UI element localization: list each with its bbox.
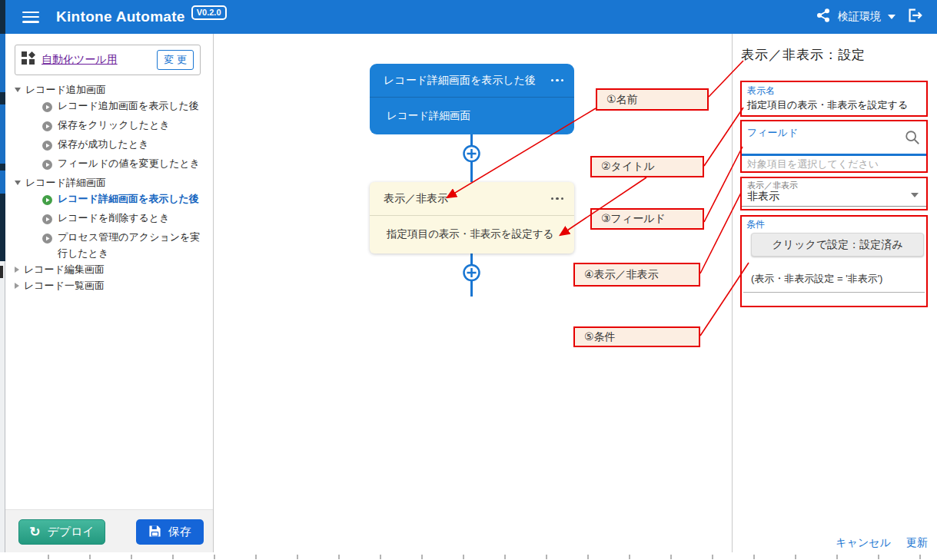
field-placeholder: 対象項目を選択してください <box>747 157 879 171</box>
display-name-label: 表示名 <box>747 84 775 98</box>
annotation-name: ①名前 <box>596 88 709 111</box>
display-name-value: 指定項目の表示・非表示を設定する <box>747 98 908 112</box>
search-icon[interactable] <box>904 129 921 149</box>
field-search-field[interactable]: フィールド 対象項目を選択してください <box>740 120 928 173</box>
change-app-button[interactable]: 変 更 <box>157 50 194 70</box>
environment-label: 検証環境 <box>838 10 881 24</box>
flow-node-action[interactable]: 表示／非表示 指定項目の表示・非表示を設定する <box>370 182 574 253</box>
annotation-condition: ⑤条件 <box>573 326 700 347</box>
play-circle-icon <box>42 213 52 229</box>
condition-field: 条件 クリックで設定：設定済み (表示・非表示設定 = '非表示') <box>740 215 928 307</box>
more-menu-icon[interactable] <box>551 79 564 82</box>
tree-item[interactable]: 保存が成功したとき <box>5 136 211 155</box>
chevron-down-icon <box>15 88 21 92</box>
chevron-down-icon <box>15 181 21 185</box>
sidebar-footer: ↻ デプロイ 保存 <box>5 509 213 552</box>
chevron-down-icon <box>888 15 895 19</box>
node-header-label: レコード詳細画面を表示した後 <box>384 74 536 88</box>
sidebar: 自動化ツール用 変 更 レコード追加画面 レコード追加画面を表示した後 保存をク… <box>5 34 214 560</box>
chevron-right-icon <box>15 283 19 289</box>
panel-title: 表示／非表示：設定 <box>741 46 866 64</box>
event-tree: レコード追加画面 レコード追加画面を表示した後 保存をクリックしたとき 保存が成… <box>5 81 211 293</box>
tree-item[interactable]: レコード追加画面を表示した後 <box>5 98 211 117</box>
chevron-right-icon <box>15 267 19 273</box>
display-name-field[interactable]: 表示名 指定項目の表示・非表示を設定する <box>740 81 928 117</box>
node-body-label: 指定項目の表示・非表示を設定する <box>370 216 574 253</box>
bottom-ruler <box>0 552 937 560</box>
tree-group-record-add[interactable]: レコード追加画面 <box>5 81 211 98</box>
annotation-visibility: ④表示／非表示 <box>573 263 700 287</box>
condition-summary: (表示・非表示設定 = '非表示') <box>751 272 882 286</box>
tree-group-record-edit[interactable]: レコード編集画面 <box>5 261 211 277</box>
tree-item[interactable]: プロセス管理のアクションを実行したとき <box>5 229 211 261</box>
app-grid-icon <box>22 51 35 68</box>
app-title: Kintone Automate <box>56 8 185 25</box>
play-circle-icon <box>42 158 52 174</box>
node-body-label: レコード詳細画面 <box>370 98 574 134</box>
visibility-select[interactable]: 表示／非表示 非表示 <box>740 177 928 210</box>
play-circle-icon-active <box>42 194 52 210</box>
app-name-link[interactable]: 自動化ツール用 <box>42 53 118 67</box>
more-menu-icon[interactable] <box>551 197 564 200</box>
logout-icon[interactable] <box>906 7 923 27</box>
app-selector-card: 自動化ツール用 変 更 <box>15 45 201 75</box>
top-bar: Kintone Automate V0.2.0 検証環境 <box>5 0 937 34</box>
condition-underline <box>743 292 925 293</box>
visibility-value: 非表示 <box>747 190 779 204</box>
save-button[interactable]: 保存 <box>136 519 204 545</box>
input-focus-underline <box>742 154 926 156</box>
save-floppy-icon <box>148 525 161 540</box>
environment-selector[interactable]: 検証環境 <box>816 8 895 26</box>
node-header-label: 表示／非表示 <box>384 192 448 206</box>
tree-item[interactable]: 保存をクリックしたとき <box>5 117 211 136</box>
tree-item[interactable]: レコードを削除するとき <box>5 210 211 229</box>
play-circle-icon <box>42 101 52 117</box>
flow-node-trigger[interactable]: レコード詳細画面を表示した後 レコード詳細画面 <box>370 64 574 134</box>
condition-label: 条件 <box>746 218 765 231</box>
tree-item-selected[interactable]: レコード詳細画面を表示した後 <box>5 191 211 210</box>
tree-group-record-detail[interactable]: レコード詳細画面 <box>5 174 211 191</box>
field-label: フィールド <box>747 126 798 140</box>
condition-set-button[interactable]: クリックで設定：設定済み <box>751 233 924 257</box>
left-edge-strip <box>0 0 5 560</box>
dropdown-caret-icon[interactable] <box>911 193 919 197</box>
annotation-title: ②タイトル <box>590 156 704 177</box>
share-icon <box>816 8 831 26</box>
play-circle-icon <box>42 120 52 136</box>
version-badge: V0.2.0 <box>191 5 227 20</box>
deploy-button[interactable]: ↻ デプロイ <box>18 519 105 545</box>
hamburger-menu-icon[interactable] <box>22 12 39 23</box>
cancel-button[interactable]: キャンセル <box>836 536 891 550</box>
tree-group-record-list[interactable]: レコード一覧画面 <box>5 277 211 293</box>
settings-panel: 表示／非表示：設定 表示名 指定項目の表示・非表示を設定する フィールド 対象項… <box>732 34 937 560</box>
update-button[interactable]: 更新 <box>906 536 928 550</box>
annotation-field: ③フィールド <box>590 208 704 230</box>
sync-icon: ↻ <box>29 525 40 538</box>
select-underline <box>742 206 926 207</box>
play-circle-icon <box>42 139 52 155</box>
tree-item[interactable]: フィールドの値を変更したとき <box>5 155 211 174</box>
play-circle-icon <box>42 232 52 248</box>
